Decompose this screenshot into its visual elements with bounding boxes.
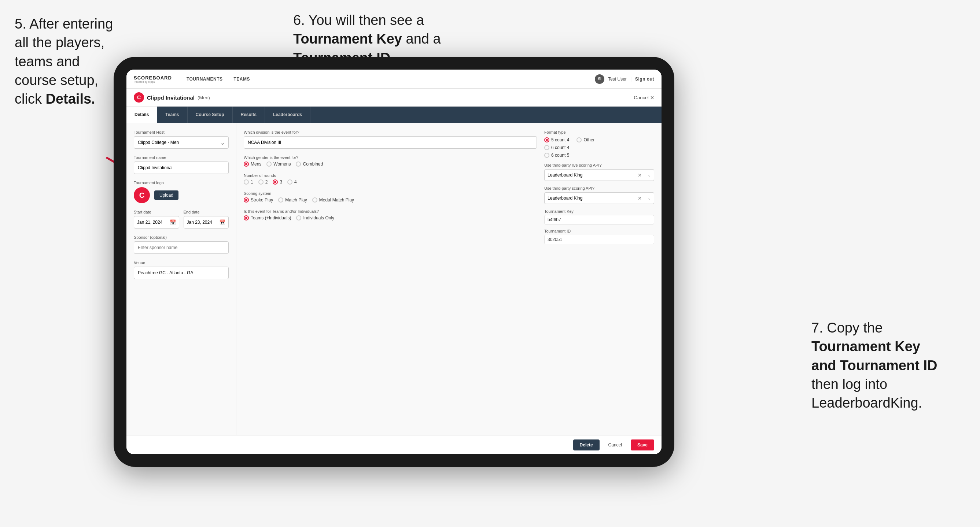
- gender-combined-dot: [296, 162, 301, 167]
- scoring-medal-dot: [312, 197, 317, 203]
- tournament-name-input[interactable]: [134, 162, 229, 174]
- individuals-only-dot: [296, 215, 301, 221]
- tournament-id-value: 302051: [544, 235, 654, 244]
- end-date-calendar-icon: 📅: [219, 219, 225, 225]
- breadcrumb-subtitle: (Men): [197, 95, 210, 100]
- nav-tournaments[interactable]: TOURNAMENTS: [186, 76, 223, 82]
- upload-button[interactable]: Upload: [154, 190, 178, 200]
- gender-mens-dot: [244, 162, 249, 167]
- format-type-label: Format type: [544, 130, 654, 134]
- tab-results[interactable]: Results: [233, 106, 265, 123]
- tournament-host-wrapper: Clippd College - Men: [134, 136, 229, 149]
- rounds-3[interactable]: 3: [273, 179, 282, 184]
- api2-select-wrapper[interactable]: Leaderboard King ✕ ⌄: [544, 192, 654, 204]
- venue-label: Venue: [134, 260, 229, 265]
- format-6count5[interactable]: 6 count 5: [544, 153, 654, 158]
- tablet-device: SCOREBOARD Powered by clippa TOURNAMENTS…: [114, 57, 675, 467]
- gender-mens[interactable]: Mens: [244, 162, 261, 167]
- main-content: Tournament Host Clippd College - Men Tou…: [126, 123, 662, 435]
- format-6c5-dot: [544, 153, 549, 158]
- right-panel: Which division is the event for? NCAA Di…: [236, 123, 662, 435]
- rounds-4-dot: [287, 179, 293, 184]
- start-date-input[interactable]: [137, 220, 167, 225]
- nav-separator: |: [630, 76, 632, 82]
- format-6count4[interactable]: 6 count 4: [544, 145, 654, 150]
- tab-course-setup[interactable]: Course Setup: [188, 106, 233, 123]
- api2-clear-icon[interactable]: ✕: [635, 195, 645, 201]
- venue-group: Venue Peachtree GC - Atlanta - GA: [134, 260, 229, 279]
- division-wrapper: NCAA Division III: [244, 136, 537, 149]
- breadcrumb-title: Clippd Invitational: [147, 94, 195, 101]
- cancel-area[interactable]: Cancel ✕: [634, 95, 654, 100]
- format-5c4-dot: [544, 137, 549, 143]
- breadcrumb-icon: C: [134, 92, 144, 103]
- scoring-stroke[interactable]: Stroke Play: [244, 197, 273, 203]
- gender-combined[interactable]: Combined: [296, 162, 323, 167]
- start-date-wrapper[interactable]: 📅: [134, 216, 179, 229]
- format-row-1: 5 count 4 Other: [544, 137, 654, 143]
- logo-circle: C: [134, 187, 150, 203]
- left-panel: Tournament Host Clippd College - Men Tou…: [126, 123, 236, 435]
- cancel-button[interactable]: Cancel: [603, 440, 627, 451]
- gender-womens-dot: [266, 162, 272, 167]
- delete-button[interactable]: Delete: [573, 440, 600, 451]
- left-annotation: 5. After entering all the players, teams…: [15, 15, 114, 108]
- division-label: Which division is the event for?: [244, 130, 537, 134]
- tab-teams[interactable]: Teams: [157, 106, 187, 123]
- individuals-only[interactable]: Individuals Only: [296, 215, 334, 221]
- teams-radio-group: Teams (+Individuals) Individuals Only: [244, 215, 537, 221]
- sponsor-group: Sponsor (optional): [134, 235, 229, 254]
- scoring-match-dot: [278, 197, 283, 203]
- division-group: Which division is the event for? NCAA Di…: [244, 130, 537, 149]
- scoring-medal-match[interactable]: Medal Match Play: [312, 197, 354, 203]
- api1-select-wrapper[interactable]: Leaderboard King ✕ ⌄: [544, 169, 654, 181]
- brand-tagline: Powered by clippa: [134, 81, 172, 83]
- tournament-key-section: Tournament Key b4f6b7: [544, 209, 654, 224]
- rounds-2[interactable]: 2: [258, 179, 268, 184]
- api1-select[interactable]: Leaderboard King: [545, 173, 635, 178]
- right-col-2: Format type 5 count 4 Other: [544, 130, 654, 428]
- save-button[interactable]: Save: [631, 440, 654, 451]
- api2-select[interactable]: Leaderboard King: [545, 195, 635, 201]
- gender-group: Which gender is the event for? Mens Wome…: [244, 155, 537, 167]
- api1-label: Use third-party live scoring API?: [544, 163, 654, 167]
- user-area: SI Test User | Sign out: [595, 75, 654, 84]
- rounds-1[interactable]: 1: [244, 179, 253, 184]
- end-date-label: End date: [184, 210, 229, 214]
- scoring-match[interactable]: Match Play: [278, 197, 307, 203]
- gender-womens[interactable]: Womens: [266, 162, 291, 167]
- venue-select[interactable]: Peachtree GC - Atlanta - GA: [134, 267, 229, 279]
- rounds-group: Number of rounds 1 2: [244, 173, 537, 184]
- sponsor-input[interactable]: [134, 241, 229, 254]
- end-date-input[interactable]: [187, 220, 217, 225]
- sign-out-link[interactable]: Sign out: [635, 76, 654, 82]
- brand-name: SCOREBOARD: [134, 75, 172, 81]
- format-5count4[interactable]: 5 count 4: [544, 137, 569, 143]
- rounds-2-dot: [258, 179, 264, 184]
- tournament-logo-label: Tournament logo: [134, 181, 229, 185]
- api1-clear-icon[interactable]: ✕: [635, 173, 645, 178]
- logo-area: C Upload: [134, 187, 229, 203]
- bottom-right-annotation: 7. Copy the Tournament Key and Tournamen…: [811, 319, 965, 413]
- rounds-4[interactable]: 4: [287, 179, 297, 184]
- start-date-field: Start date 📅: [134, 210, 179, 229]
- teams-plus-individuals[interactable]: Teams (+Individuals): [244, 215, 291, 221]
- tab-leaderboards[interactable]: Leaderboards: [265, 106, 310, 123]
- end-date-wrapper[interactable]: 📅: [184, 216, 229, 229]
- nav-teams[interactable]: TEAMS: [234, 76, 250, 82]
- api1-section: Use third-party live scoring API? Leader…: [544, 163, 654, 181]
- format-other[interactable]: Other: [576, 137, 595, 143]
- api2-section: Use third-party scoring API? Leaderboard…: [544, 186, 654, 204]
- scoring-label: Scoring system: [244, 191, 537, 195]
- tournament-host-select[interactable]: Clippd College - Men: [134, 136, 229, 149]
- tablet-screen: SCOREBOARD Powered by clippa TOURNAMENTS…: [126, 70, 662, 454]
- teams-group: Is this event for Teams and/or Individua…: [244, 209, 537, 221]
- gender-label: Which gender is the event for?: [244, 155, 537, 160]
- format-options: 5 count 4 Other 6 count 4: [544, 137, 654, 158]
- cancel-label: Cancel: [634, 95, 649, 100]
- tournament-id-section: Tournament ID 302051: [544, 229, 654, 244]
- rounds-1-dot: [244, 179, 249, 184]
- tournament-host-label: Tournament Host: [134, 130, 229, 134]
- tab-details[interactable]: Details: [126, 106, 157, 123]
- division-select[interactable]: NCAA Division III: [244, 136, 537, 149]
